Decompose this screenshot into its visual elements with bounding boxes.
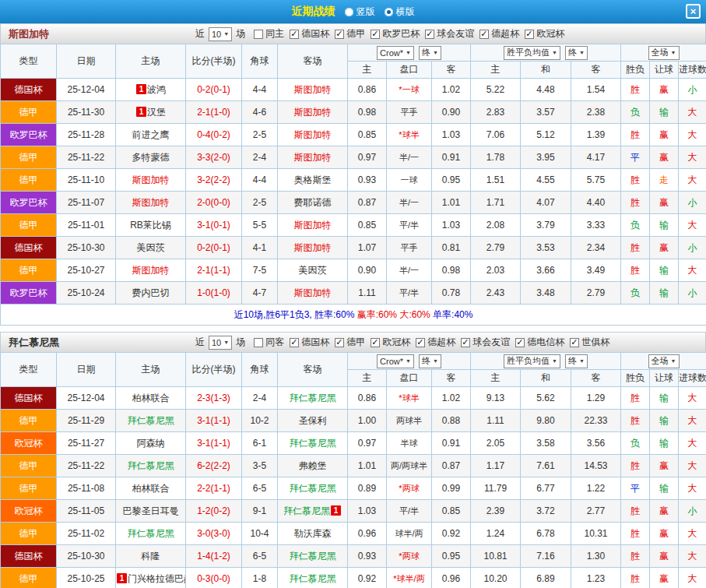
handicap-result-cell: 赢 <box>650 455 679 477</box>
checkbox-icon[interactable] <box>479 30 489 39</box>
filter-同客[interactable]: 同客 <box>254 336 284 349</box>
goals-result-cell: 大 <box>679 455 706 477</box>
layout-vertical-radio[interactable]: 竖版 <box>345 5 375 19</box>
handicap-result-cell: 赢 <box>650 124 679 146</box>
col-home: 主场 <box>116 353 186 387</box>
checkbox-icon[interactable] <box>335 338 344 347</box>
checkbox-icon[interactable] <box>570 338 579 347</box>
team-name: 斯图加特 <box>132 197 170 208</box>
checkbox-icon[interactable] <box>371 30 380 39</box>
match-date-cell: 25-11-01 <box>57 214 116 237</box>
euro-away-odds-cell: 22.33 <box>571 410 621 432</box>
goals-result-cell: 大 <box>679 101 706 124</box>
home-team-cell: 拜仁慕尼黑 <box>116 455 186 477</box>
competition-type-cell: 德甲 <box>1 568 57 588</box>
checkbox-icon[interactable] <box>515 338 525 347</box>
red-card-badge: 1 <box>136 107 146 117</box>
asia-home-odds-cell: 0.85 <box>348 124 387 146</box>
bookmaker-dropdown[interactable]: Crow*▼ <box>377 354 414 368</box>
filter-德超杯[interactable]: 德超杯 <box>479 27 519 40</box>
filter-欧罗巴杯[interactable]: 欧罗巴杯 <box>371 27 420 40</box>
checkbox-icon[interactable] <box>461 338 470 347</box>
checkbox-icon[interactable] <box>254 338 263 347</box>
col-corner: 角球 <box>242 44 278 79</box>
filter-德国杯[interactable]: 德国杯 <box>290 27 329 40</box>
competition-type-cell: 德甲 <box>1 259 57 282</box>
away-team-cell: 拜仁慕尼黑 <box>278 477 348 500</box>
scope-dropdown[interactable]: 全场▼ <box>648 354 680 368</box>
checkbox-icon[interactable] <box>525 30 534 39</box>
match-date-cell: 25-10-30 <box>57 545 116 568</box>
competition-type-cell: 欧冠杯 <box>1 500 57 523</box>
euro-away-odds-cell: 1.22 <box>571 477 621 500</box>
layout-horizontal-radio[interactable]: 横版 <box>385 5 415 19</box>
filter-德超杯[interactable]: 德超杯 <box>416 336 455 349</box>
filter-球会友谊[interactable]: 球会友谊 <box>461 336 510 349</box>
filter-德甲[interactable]: 德甲 <box>335 27 365 40</box>
filter-球会友谊[interactable]: 球会友谊 <box>425 27 474 40</box>
final-odds-dropdown[interactable]: 终▼ <box>419 354 441 368</box>
corner-cell: 2-4 <box>242 146 278 169</box>
radio-selected-icon[interactable] <box>385 8 393 16</box>
filter-德电信杯[interactable]: 德电信杯 <box>515 336 564 349</box>
filter-德国杯[interactable]: 德国杯 <box>290 336 329 349</box>
euro-draw-odds-cell: 6.89 <box>521 568 571 588</box>
corner-cell: 4-4 <box>242 169 278 192</box>
home-team-cell: 斯图加特 <box>116 169 186 192</box>
match-count-dropdown[interactable]: 10 ▼ <box>209 27 232 41</box>
team-name: 费内巴切 <box>132 287 170 298</box>
team-name: 斯图加特 <box>294 129 332 140</box>
match-row: 德甲25-11-10斯图加特3-2(2-2)4-4奥格斯堡0.93一球0.951… <box>1 169 706 192</box>
match-date-cell: 25-10-30 <box>57 237 116 259</box>
checkbox-icon[interactable] <box>335 30 344 39</box>
scope-dropdown[interactable]: 全场▼ <box>648 46 680 60</box>
handicap-result-cell: 输 <box>650 410 679 432</box>
goals-result-cell: 小 <box>679 282 706 305</box>
checkbox-icon[interactable] <box>290 30 299 39</box>
filter-label: 德国杯 <box>301 27 329 40</box>
asia-away-odds-cell: 0.95 <box>432 169 471 192</box>
score-cell: 3-2(2-2) <box>186 169 242 192</box>
europe-mean-dropdown[interactable]: 胜平负均值▼ <box>504 354 560 368</box>
dropdown-value: 胜平负均值 <box>507 355 550 367</box>
filter-德甲[interactable]: 德甲 <box>335 336 365 349</box>
bookmaker-dropdown[interactable]: Crow*▼ <box>377 46 414 60</box>
team-name: 费耶诺德 <box>294 197 332 208</box>
match-result-cell: 胜 <box>621 545 650 568</box>
asia-handicap-cell: *一球 <box>387 79 432 101</box>
filter-欧冠杯[interactable]: 欧冠杯 <box>525 27 564 40</box>
final-europe-dropdown[interactable]: 终▼ <box>565 354 588 368</box>
close-icon[interactable]: × <box>686 4 701 19</box>
corner-cell: 6-1 <box>242 432 278 455</box>
checkbox-icon[interactable] <box>371 338 380 347</box>
team-name: 斯图加特 <box>294 107 332 118</box>
chevron-down-icon: ▼ <box>671 358 676 364</box>
home-team-cell: 柏林联合 <box>116 477 186 500</box>
matches-table-bayern: 类型 日期 主场 比分(半场) 角球 客场 Crow*▼ 终▼ 胜平负均值▼ 终… <box>0 352 706 588</box>
europe-mean-dropdown[interactable]: 胜平负均值▼ <box>504 46 560 60</box>
euro-away-odds-cell: 1.30 <box>571 545 621 568</box>
filter-世俱杯[interactable]: 世俱杯 <box>570 336 609 349</box>
handicap-result-cell: 赢 <box>650 237 679 259</box>
final-odds-dropdown[interactable]: 终▼ <box>419 46 441 60</box>
filter-欧冠杯[interactable]: 欧冠杯 <box>371 336 410 349</box>
filter-同主[interactable]: 同主 <box>254 27 284 40</box>
away-team-cell: 美因茨 <box>278 259 348 282</box>
asia-home-odds-cell: 1.01 <box>348 455 387 477</box>
match-count-dropdown[interactable]: 10 ▼ <box>209 336 232 350</box>
team-name: 斯图加特 <box>294 220 332 231</box>
asia-odds-header: Crow*▼ 终▼ <box>348 44 471 62</box>
checkbox-icon[interactable] <box>425 30 434 39</box>
asia-away-odds-cell: 0.98 <box>432 259 471 282</box>
euro-away-odds-cell: 3.33 <box>571 214 621 237</box>
team-name: 波鸿 <box>147 84 166 95</box>
europe-odds-header: 胜平负均值▼ 终▼ <box>471 353 621 370</box>
radio-icon[interactable] <box>345 8 353 16</box>
checkbox-icon[interactable] <box>416 338 425 347</box>
handicap-result-cell: 赢 <box>650 79 679 101</box>
handicap-result-cell: 输 <box>650 477 679 500</box>
team-name: 斯图加特 <box>132 174 170 185</box>
final-europe-dropdown[interactable]: 终▼ <box>565 46 588 60</box>
checkbox-icon[interactable] <box>254 30 263 39</box>
checkbox-icon[interactable] <box>290 338 299 347</box>
